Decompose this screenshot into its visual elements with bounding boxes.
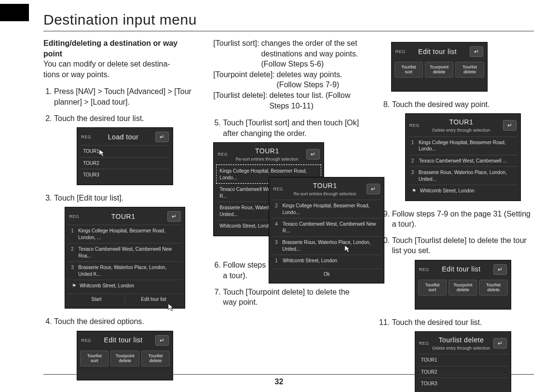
flag-icon: ⚑: [71, 283, 77, 289]
row-text: Kings College Hospital, Bessemer Road, L…: [282, 203, 378, 216]
device-subtitle: Re-sort entries through selection: [231, 156, 303, 162]
back-icon[interactable]: ↵: [503, 120, 517, 131]
list-item[interactable]: TOUR1: [418, 354, 508, 366]
list-item[interactable]: TOUR3: [80, 169, 170, 181]
steps-5to7: Touch [Tourlist sort] and then touch [Ok…: [212, 118, 365, 308]
device-subtitle: Delete entry through selection: [422, 127, 500, 133]
device-title: Edit tour list: [418, 48, 457, 55]
tourpoint-delete-button[interactable]: Tourpoint delete: [110, 351, 139, 366]
tourpoint-delete-button[interactable]: Tourpoint delete: [425, 62, 453, 78]
title-rule: [43, 31, 534, 31]
back-icon[interactable]: ↵: [155, 132, 169, 142]
tourlist-sort-button[interactable]: Tourlist sort: [80, 351, 109, 366]
step-9-text: Follow steps 7-9 on the page 31 (Setting…: [392, 210, 531, 229]
device-subtitle: Re-sort entries through selection: [286, 191, 364, 197]
row-text: Brasserie Roux, Waterloo Place, London, …: [419, 169, 515, 182]
reg-label: REG: [81, 134, 91, 140]
table-row[interactable]: 2Texaco Camberwell West, Camberwell New …: [68, 243, 182, 261]
back-icon[interactable]: ↵: [470, 46, 483, 57]
back-icon[interactable]: ↵: [306, 149, 320, 160]
row-text: Texaco Camberwell West, Camberwell ...: [419, 158, 507, 164]
row-text: Texaco Camberwell West, Camberwell New R…: [283, 221, 379, 234]
device-title: Tourlist delete: [432, 336, 490, 345]
step-10-text: Touch [Tourlist delete] to delete the to…: [392, 236, 527, 255]
tourlist-sort-button[interactable]: Tourlist sort: [418, 280, 447, 296]
table-row[interactable]: 4Texaco Camberwell West, Camberwell New …: [272, 218, 381, 236]
tourlist-delete-button[interactable]: Tourlist delete: [141, 351, 170, 366]
columns: Editing/deleting a destination or way po…: [43, 38, 534, 392]
table-row[interactable]: 1Whitcomb Street, London: [272, 255, 381, 267]
page-number: 32: [0, 378, 558, 386]
tourpoint-delete-button[interactable]: Tourpoint delete: [449, 280, 477, 296]
back-icon[interactable]: ↵: [367, 184, 380, 194]
row-text: Brasserie Roux, Waterloo Place, London, …: [282, 239, 378, 252]
list-item[interactable]: TOUR1: [80, 145, 170, 157]
start-button[interactable]: Start: [68, 294, 125, 305]
option-label: [Tourpoint delete]:: [213, 69, 274, 90]
step-9: Follow steps 7-9 on the page 31 (Setting…: [392, 209, 534, 230]
table-row[interactable]: 3Brasserie Roux, Waterloo Place, London,…: [272, 236, 381, 255]
table-row[interactable]: ⚑Whitcomb Street, London: [408, 185, 517, 197]
table-row[interactable]: ⚑Whitcomb Street, London: [68, 280, 182, 292]
back-icon[interactable]: ↵: [493, 338, 507, 349]
row-text: Whitcomb Street, London: [219, 223, 274, 230]
screenshot-load-tour: REG Load tour ↵ TOUR1 TOUR2 TOUR3: [77, 127, 173, 185]
device-delete-waypoint: REG TOUR1 Delete entry through selection…: [405, 113, 521, 201]
intro-text: You can modify or delete set destina- ti…: [43, 59, 196, 80]
device-title: Load tour: [108, 133, 139, 141]
back-icon[interactable]: ↵: [167, 211, 181, 222]
option-tourlist-sort: [Tourlist sort]: changes the order of th…: [213, 38, 365, 69]
reg-label: REG: [81, 338, 91, 343]
step-4: Touch the desired options. REG Edit tour…: [54, 316, 196, 380]
table-row[interactable]: 3Brasserie Roux, Waterloo Place, London,…: [408, 166, 517, 185]
options-block: [Tourlist sort]: changes the order of th…: [213, 38, 365, 111]
subheading: Editing/deleting a destination or way po…: [43, 38, 196, 59]
row-text: Kings College Hospital, Bessemer Road, L…: [419, 139, 515, 152]
tourlist-delete-button[interactable]: Tourlist delete: [479, 280, 507, 296]
back-icon[interactable]: ↵: [155, 335, 169, 346]
option-label: [Tourlist sort]:: [213, 38, 259, 69]
reg-label: REG: [409, 122, 420, 128]
column-3: REG Edit tour list ↵ Tourlist sort Tourp…: [381, 38, 534, 392]
table-row[interactable]: 2Kings College Hospital, Bessemer Road, …: [272, 200, 381, 218]
device-edit-tour-list: REG Edit tour list ↵ Tourlist sort Tourp…: [415, 260, 511, 310]
screenshot-resort-pair: REG TOUR1 Re-sort entries through select…: [213, 138, 365, 254]
step-2-text: Touch the desired tour list.: [54, 114, 144, 122]
row-num: 2: [71, 246, 75, 259]
edit-tour-list-button[interactable]: Edit tour list: [125, 294, 182, 305]
device-subtitle: Delete entry through selection: [432, 345, 490, 351]
list-item[interactable]: TOUR2: [80, 157, 170, 169]
column-2: [Tourlist sort]: changes the order of th…: [212, 38, 365, 392]
row-text: Brasserie Roux, Waterloo Place, London, …: [78, 264, 179, 277]
table-row[interactable]: 1Kings College Hospital, Bessemer Road, …: [68, 225, 182, 243]
table-row[interactable]: 3Brasserie Roux, Waterloo Place, London,…: [68, 261, 182, 280]
row-text: Whitcomb Street, London: [420, 188, 475, 194]
step-2: Touch the desired tour list. REG Load to…: [54, 113, 196, 185]
reg-label: REG: [218, 151, 228, 157]
screenshot-edit-tour-list-2: REG Edit tour list ↵ Tourlist sort Tourp…: [415, 260, 511, 310]
option-text: deletes way points. (Follow Steps 7-9): [277, 69, 365, 90]
step-7-text: Touch [Tourpoint delete] to delete the w…: [223, 288, 349, 307]
option-tourlist-delete: [Tourlist delete]: deletes tour list. (F…: [213, 90, 365, 111]
bottom-rule: [43, 374, 534, 375]
table-row[interactable]: 1Kings College Hospital, Bessemer Road, …: [408, 136, 517, 155]
list-item[interactable]: TOUR2: [418, 366, 508, 378]
tourlist-sort-button[interactable]: Tourlist sort: [395, 62, 423, 78]
side-tab: [0, 4, 29, 21]
step-4-text: Touch the desired options.: [54, 317, 144, 325]
device-load-tour: REG Load tour ↵ TOUR1 TOUR2 TOUR3: [77, 127, 173, 185]
back-icon[interactable]: ↵: [493, 264, 507, 275]
option-label: [Tourlist delete]:: [213, 90, 267, 111]
step-3: Touch [Edit tour list]. REG TOUR1 ↵ 1Kin…: [54, 193, 196, 309]
row-num: 1: [275, 257, 280, 264]
option-text: changes the order of the set destination…: [261, 38, 365, 69]
step-8: Touch the desired way point. REG TOUR1 D…: [392, 99, 534, 201]
row-num: 1: [71, 228, 75, 241]
step-11-text: Touch the desired tour list.: [392, 318, 482, 326]
tourlist-delete-button[interactable]: Tourlist delete: [455, 62, 484, 78]
ok-button[interactable]: Ok: [272, 269, 381, 280]
device-edit-tour-list: REG Edit tour list ↵ Tourlist sort Tourp…: [77, 331, 173, 380]
table-row[interactable]: 2Texaco Camberwell West, Camberwell ...: [408, 155, 517, 167]
row-num: 3: [411, 169, 416, 182]
reg-label: REG: [419, 267, 429, 272]
